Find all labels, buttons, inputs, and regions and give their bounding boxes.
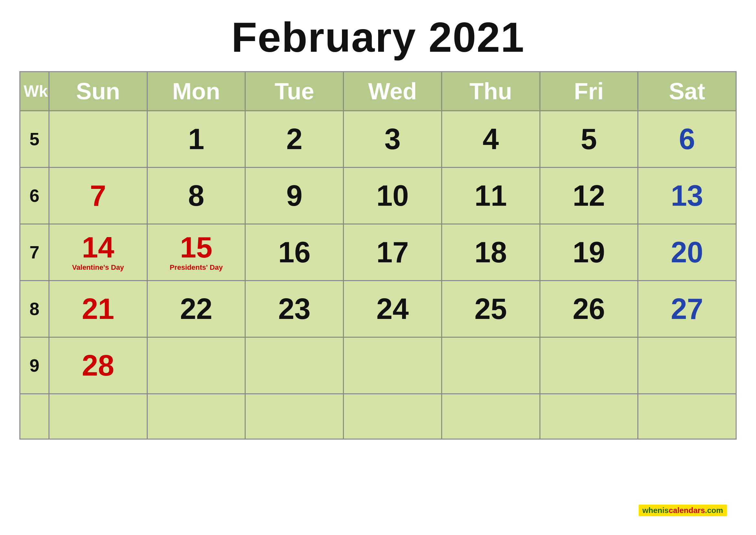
calendar-day-extra [147, 394, 245, 439]
header-thu: Thu [442, 72, 540, 111]
day-number: 26 [540, 294, 638, 324]
week-number-extra [20, 394, 49, 439]
watermark: wheniscalendars.com [639, 505, 727, 516]
day-number: 11 [442, 181, 539, 210]
calendar: Wk Sun Mon Tue Wed Thu Fri Sat 512345667… [19, 71, 737, 506]
table-row: 678910111213 [20, 168, 736, 224]
day-number: 9 [246, 181, 343, 210]
page-footer: wheniscalendars.com [19, 506, 737, 522]
day-number: 21 [49, 294, 147, 324]
day-number: 1 [148, 125, 245, 154]
calendar-day: 26 [540, 281, 638, 337]
watermark-text1: whenis [642, 506, 669, 515]
calendar-day-extra [49, 394, 148, 439]
table-row: 5123456 [20, 111, 736, 168]
table-row: 821222324252627 [20, 281, 736, 337]
calendar-day: 13 [638, 168, 736, 224]
calendar-day: 8 [147, 168, 245, 224]
header-wk: Wk [20, 72, 49, 111]
table-row: 928 [20, 337, 736, 394]
calendar-day: 11 [442, 168, 540, 224]
calendar-day-extra [245, 394, 343, 439]
calendar-day: 1 [147, 111, 245, 168]
day-number: 5 [540, 125, 638, 154]
day-number: 2 [246, 125, 343, 154]
page-title: February 2021 [231, 13, 525, 62]
calendar-day: 22 [147, 281, 245, 337]
calendar-day: 17 [343, 224, 442, 281]
calendar-day-extra [638, 394, 736, 439]
calendar-day [147, 337, 245, 394]
day-number: 27 [638, 294, 736, 324]
table-row: 714Valentine's Day15Presidents' Day16171… [20, 224, 736, 281]
day-number: 19 [540, 238, 638, 267]
calendar-day: 15Presidents' Day [147, 224, 245, 281]
day-number: 17 [344, 238, 441, 267]
day-number: 4 [442, 125, 539, 154]
calendar-day: 2 [245, 111, 343, 168]
day-number: 7 [49, 181, 147, 210]
calendar-day: 19 [540, 224, 638, 281]
calendar-day: 4 [442, 111, 540, 168]
week-number: 7 [20, 224, 49, 281]
holiday-label: Valentine's Day [49, 263, 147, 272]
day-number: 14 [49, 233, 147, 262]
calendar-day [49, 111, 148, 168]
day-number: 16 [246, 238, 343, 267]
calendar-day: 14Valentine's Day [49, 224, 148, 281]
day-number: 15 [148, 233, 245, 262]
calendar-day: 9 [245, 168, 343, 224]
day-number: 22 [148, 294, 245, 324]
calendar-day: 28 [49, 337, 148, 394]
calendar-day: 21 [49, 281, 148, 337]
week-number: 5 [20, 111, 49, 168]
day-number: 23 [246, 294, 343, 324]
day-number: 12 [540, 181, 638, 210]
calendar-day: 10 [343, 168, 442, 224]
header-mon: Mon [147, 72, 245, 111]
week-number: 9 [20, 337, 49, 394]
day-number: 20 [638, 238, 736, 267]
header-tue: Tue [245, 72, 343, 111]
holiday-label: Presidents' Day [148, 263, 245, 272]
calendar-day [638, 337, 736, 394]
calendar-day: 24 [343, 281, 442, 337]
calendar-day-extra [442, 394, 540, 439]
calendar-day: 18 [442, 224, 540, 281]
day-number: 3 [344, 125, 441, 154]
calendar-day [245, 337, 343, 394]
calendar-day-extra [343, 394, 442, 439]
day-number: 6 [638, 125, 736, 154]
day-number: 24 [344, 294, 441, 324]
header-fri: Fri [540, 72, 638, 111]
day-number: 8 [148, 181, 245, 210]
calendar-day [540, 337, 638, 394]
week-number: 6 [20, 168, 49, 224]
calendar-day: 23 [245, 281, 343, 337]
calendar-day: 20 [638, 224, 736, 281]
week-number: 8 [20, 281, 49, 337]
header-wed: Wed [343, 72, 442, 111]
calendar-day: 16 [245, 224, 343, 281]
calendar-day: 12 [540, 168, 638, 224]
day-number: 13 [638, 181, 736, 210]
calendar-day: 3 [343, 111, 442, 168]
header-sun: Sun [49, 72, 148, 111]
table-row-extra [20, 394, 736, 439]
watermark-text2: calendars [669, 506, 705, 515]
calendar-day: 27 [638, 281, 736, 337]
watermark-text3: .com [705, 506, 723, 515]
calendar-day: 5 [540, 111, 638, 168]
calendar-day [343, 337, 442, 394]
calendar-day: 6 [638, 111, 736, 168]
calendar-day: 7 [49, 168, 148, 224]
calendar-day-extra [540, 394, 638, 439]
day-number: 25 [442, 294, 539, 324]
calendar-day [442, 337, 540, 394]
day-number: 10 [344, 181, 441, 210]
calendar-table: Wk Sun Mon Tue Wed Thu Fri Sat 512345667… [19, 71, 737, 439]
day-number: 18 [442, 238, 539, 267]
calendar-day: 25 [442, 281, 540, 337]
header-sat: Sat [638, 72, 736, 111]
day-number: 28 [49, 351, 147, 380]
